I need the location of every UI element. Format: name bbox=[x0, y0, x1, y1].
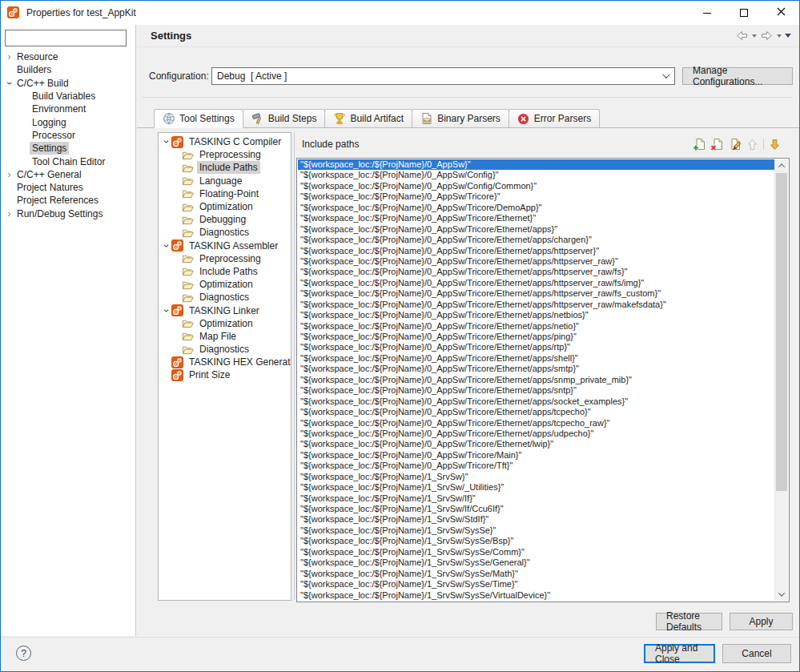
sidebar-item-environment[interactable]: Environment bbox=[1, 103, 135, 115]
sidebar-item-c-c-build[interactable]: ›C/C++ Build bbox=[1, 77, 135, 90]
include-path-item[interactable]: "${workspace_loc:/${ProjName}/1_SrvSw/St… bbox=[298, 514, 774, 525]
include-path-item[interactable]: "${workspace_loc:/${ProjName}/0_AppSw/Tr… bbox=[298, 364, 774, 374]
tab-binary-parsers[interactable]: 010Binary Parsers bbox=[412, 109, 509, 127]
tab-build-steps[interactable]: Build Steps bbox=[243, 109, 326, 127]
filter-input[interactable] bbox=[5, 30, 127, 46]
tool-tree-item-tasking-assembler[interactable]: ›TASKING Assembler bbox=[159, 239, 291, 252]
apply-button[interactable]: Apply bbox=[730, 613, 793, 630]
sidebar-item-run-debug-settings[interactable]: ›Run/Debug Settings bbox=[1, 207, 135, 220]
sidebar-item-project-natures[interactable]: Project Natures bbox=[1, 181, 135, 194]
tool-tree-item-include-paths[interactable]: Include Paths bbox=[159, 265, 291, 278]
maximize-button[interactable] bbox=[726, 1, 762, 25]
include-path-item[interactable]: "${workspace_loc:/${ProjName}/0_AppSw/Tr… bbox=[298, 461, 774, 471]
include-path-item[interactable]: "${workspace_loc:/${ProjName}/0_AppSw/Tr… bbox=[298, 278, 774, 288]
tab-build-artifact[interactable]: Build Artifact bbox=[324, 109, 412, 127]
include-path-item[interactable]: "${workspace_loc:/${ProjName}/0_AppSw/Tr… bbox=[298, 429, 774, 439]
include-path-item[interactable]: "${workspace_loc:/${ProjName}/1_SrvSw/_U… bbox=[298, 482, 774, 493]
include-path-item[interactable]: "${workspace_loc:/${ProjName}/1_SrvSw/Sy… bbox=[298, 590, 774, 601]
tool-tree-item-preprocessing[interactable]: Preprocessing bbox=[159, 252, 291, 265]
tool-tree-item-language[interactable]: Language bbox=[159, 175, 291, 187]
include-path-item[interactable]: "${workspace_loc:/${ProjName}/0_AppSw/Tr… bbox=[298, 300, 774, 310]
include-path-item[interactable]: "${workspace_loc:/${ProjName}/1_SrvSw/Sy… bbox=[298, 536, 774, 546]
scroll-up-button[interactable] bbox=[775, 159, 788, 172]
include-path-item[interactable]: "${workspace_loc:/${ProjName}/0_AppSw}" bbox=[298, 159, 774, 170]
configuration-dropdown[interactable]: Debug [ Active ] bbox=[211, 67, 675, 85]
add-path-button[interactable] bbox=[693, 138, 706, 151]
include-path-item[interactable]: "${workspace_loc:/${ProjName}/1_SrvSw/Sy… bbox=[298, 569, 774, 579]
include-path-item[interactable]: "${workspace_loc:/${ProjName}/1_SrvSw/Sy… bbox=[298, 547, 774, 557]
restore-defaults-button[interactable]: Restore Defaults bbox=[656, 613, 722, 630]
tool-tree-item-map-file[interactable]: Map File bbox=[159, 330, 291, 343]
help-button[interactable]: ? bbox=[16, 646, 31, 661]
include-path-item[interactable]: "${workspace_loc:/${ProjName}/0_AppSw/Tr… bbox=[298, 256, 774, 267]
tool-tree-item-diagnostics[interactable]: Diagnostics bbox=[159, 226, 291, 239]
include-path-item[interactable]: "${workspace_loc:/${ProjName}/0_AppSw/Tr… bbox=[298, 203, 774, 213]
include-path-item[interactable]: "${workspace_loc:/${ProjName}/1_SrvSw/If… bbox=[298, 493, 774, 504]
view-menu-icon[interactable] bbox=[785, 34, 791, 38]
tool-tree-item-optimization[interactable]: Optimization bbox=[159, 278, 291, 291]
include-path-item[interactable]: "${workspace_loc:/${ProjName}/0_AppSw/Tr… bbox=[298, 375, 774, 385]
include-path-item[interactable]: "${workspace_loc:/${ProjName}/0_AppSw/Co… bbox=[298, 181, 774, 191]
move-up-path-button[interactable] bbox=[746, 138, 759, 151]
back-menu-caret-icon[interactable] bbox=[752, 34, 757, 38]
close-button[interactable] bbox=[762, 1, 799, 25]
tool-tree-item-optimization[interactable]: Optimization bbox=[159, 317, 291, 330]
include-path-item[interactable]: "${workspace_loc:/${ProjName}/0_AppSw/Tr… bbox=[298, 450, 774, 461]
forward-arrow-icon[interactable] bbox=[760, 30, 774, 42]
forward-menu-caret-icon[interactable] bbox=[777, 34, 782, 38]
sidebar-item-build-variables[interactable]: Build Variables bbox=[1, 90, 135, 103]
tool-tree-item-tasking-c-compiler[interactable]: ›TASKING C Compiler bbox=[159, 135, 291, 148]
sidebar-item-resource[interactable]: ›Resource bbox=[1, 50, 135, 63]
back-arrow-icon[interactable] bbox=[735, 30, 749, 42]
sidebar-item-builders[interactable]: Builders bbox=[1, 63, 135, 76]
include-path-item[interactable]: "${workspace_loc:/${ProjName}/0_AppSw/Tr… bbox=[298, 332, 774, 342]
tool-tree-item-diagnostics[interactable]: Diagnostics bbox=[159, 343, 291, 356]
include-path-item[interactable]: "${workspace_loc:/${ProjName}/1_SrvSw/Sy… bbox=[298, 557, 774, 568]
tool-tree-item-tasking-hex-generator[interactable]: TASKING HEX Generator bbox=[159, 356, 291, 368]
include-path-item[interactable]: "${workspace_loc:/${ProjName}/0_AppSw/Tr… bbox=[298, 267, 774, 277]
include-path-item[interactable]: "${workspace_loc:/${ProjName}/1_SrvSw/Sy… bbox=[298, 579, 774, 590]
tool-tree-item-tasking-linker[interactable]: ›TASKING Linker bbox=[159, 304, 291, 316]
include-path-item[interactable]: "${workspace_loc:/${ProjName}/0_AppSw/Tr… bbox=[298, 321, 774, 332]
scrollbar-thumb[interactable] bbox=[776, 173, 787, 491]
include-path-item[interactable]: "${workspace_loc:/${ProjName}/0_AppSw/Co… bbox=[298, 170, 774, 180]
include-path-item[interactable]: "${workspace_loc:/${ProjName}/0_AppSw/Tr… bbox=[298, 342, 774, 352]
apply-and-close-button[interactable]: Apply and Close bbox=[644, 644, 715, 663]
include-path-item[interactable]: "${workspace_loc:/${ProjName}/0_AppSw/Tr… bbox=[298, 235, 774, 245]
tab-error-parsers[interactable]: Error Parsers bbox=[509, 109, 600, 127]
include-path-item[interactable]: "${workspace_loc:/${ProjName}/0_AppSw/Tr… bbox=[298, 439, 774, 449]
tool-tree-item-debugging[interactable]: Debugging bbox=[159, 213, 291, 226]
sidebar-item-settings[interactable]: Settings bbox=[1, 142, 135, 155]
tool-tree-item-preprocessing[interactable]: Preprocessing bbox=[159, 148, 291, 161]
include-path-item[interactable]: "${workspace_loc:/${ProjName}/0_AppSw/Tr… bbox=[298, 418, 774, 429]
include-path-item[interactable]: "${workspace_loc:/${ProjName}/0_AppSw/Tr… bbox=[298, 385, 774, 396]
tool-tree-item-include-paths[interactable]: Include Paths bbox=[159, 161, 291, 174]
sidebar-item-tool-chain-editor[interactable]: Tool Chain Editor bbox=[1, 155, 135, 167]
tab-tool-settings[interactable]: Tool Settings bbox=[154, 109, 243, 128]
include-path-item[interactable]: "${workspace_loc:/${ProjName}/0_AppSw/Tr… bbox=[298, 191, 774, 202]
tool-tree-item-optimization[interactable]: Optimization bbox=[159, 200, 291, 213]
include-path-item[interactable]: "${workspace_loc:/${ProjName}/0_AppSw/Tr… bbox=[298, 310, 774, 320]
tool-tree-item-floating-point[interactable]: Floating-Point bbox=[159, 187, 291, 200]
scroll-down-button[interactable] bbox=[775, 588, 788, 601]
manage-configurations-button[interactable]: Manage Configurations... bbox=[682, 67, 793, 85]
sidebar-item-project-references[interactable]: Project References bbox=[1, 194, 135, 207]
include-path-item[interactable]: "${workspace_loc:/${ProjName}/0_AppSw/Tr… bbox=[298, 213, 774, 223]
include-path-item[interactable]: "${workspace_loc:/${ProjName}/0_AppSw/Tr… bbox=[298, 407, 774, 417]
include-path-item[interactable]: "${workspace_loc:/${ProjName}/0_AppSw/Tr… bbox=[298, 246, 774, 256]
tool-tree-item-print-size[interactable]: Print Size bbox=[159, 368, 291, 381]
sidebar-item-c-c-general[interactable]: ›C/C++ General bbox=[1, 168, 135, 181]
cancel-button[interactable]: Cancel bbox=[722, 644, 791, 663]
panel-sash[interactable] bbox=[294, 132, 295, 600]
include-path-item[interactable]: "${workspace_loc:/${ProjName}/1_SrvSw}" bbox=[298, 472, 774, 482]
edit-path-button[interactable] bbox=[728, 138, 742, 151]
minimize-button[interactable] bbox=[689, 1, 726, 25]
include-path-item[interactable]: "${workspace_loc:/${ProjName}/1_SrvSw/If… bbox=[298, 504, 774, 514]
move-down-path-button[interactable] bbox=[768, 138, 782, 151]
include-path-item[interactable]: "${workspace_loc:/${ProjName}/0_AppSw/Tr… bbox=[298, 353, 774, 364]
tool-tree-item-diagnostics[interactable]: Diagnostics bbox=[159, 291, 291, 304]
include-path-item[interactable]: "${workspace_loc:/${ProjName}/0_AppSw/Tr… bbox=[298, 396, 774, 407]
delete-path-button[interactable] bbox=[710, 138, 724, 151]
vertical-scrollbar[interactable] bbox=[774, 159, 788, 601]
sidebar-item-logging[interactable]: Logging bbox=[1, 115, 135, 128]
